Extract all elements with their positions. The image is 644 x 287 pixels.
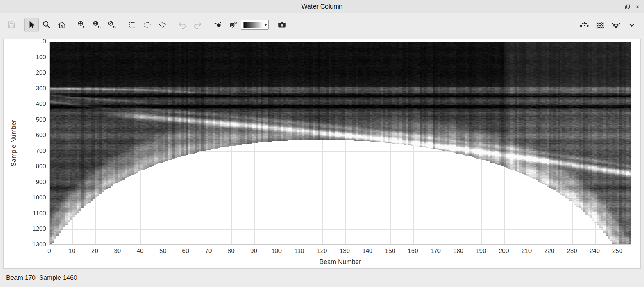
x-tick-label: 70 [205, 248, 212, 255]
toolbar-group-history [176, 18, 204, 32]
titlebar-controls: ✕ [624, 0, 641, 13]
pick-draw-tool-button[interactable] [105, 18, 119, 32]
toolbar-group-display: ▾ [211, 18, 269, 32]
x-tick-label: 250 [612, 248, 622, 255]
colormap-select[interactable]: ▾ [241, 20, 269, 30]
plot-area[interactable] [49, 42, 631, 245]
toolbar-group-nav [25, 18, 69, 32]
x-tick-label: 0 [47, 248, 51, 255]
zoom-tool-button[interactable] [40, 18, 54, 32]
pick-point-tool-button[interactable] [75, 18, 89, 32]
y-tick-label: 400 [4, 100, 46, 108]
x-tick-label: 130 [339, 248, 349, 255]
snapshot-camera-button[interactable] [275, 18, 289, 32]
x-tick-label: 160 [408, 248, 418, 255]
swath-stack-button[interactable] [609, 18, 623, 32]
x-tick-label: 10 [69, 248, 75, 255]
x-tick-label: 50 [159, 248, 166, 255]
y-tick-label: 1000 [4, 194, 46, 201]
toolbar-right [578, 13, 639, 36]
select-rectangle-button[interactable] [125, 18, 139, 32]
water-column-window: Water Column ✕ [0, 0, 644, 287]
x-tick-label: 40 [137, 248, 144, 255]
x-tick-label: 110 [295, 248, 304, 255]
x-tick-label: 100 [272, 248, 282, 255]
toolbar: ▾ [0, 13, 644, 36]
y-tick-label: 800 [4, 163, 46, 170]
x-tick-label: 220 [544, 248, 554, 255]
x-tick-label: 90 [250, 248, 257, 255]
x-tick-label: 170 [431, 248, 441, 255]
y-tick-label: 100 [4, 54, 46, 61]
y-axis-title: Sample Number [10, 120, 18, 166]
window-title: Water Column [301, 3, 342, 10]
y-tick-label: 500 [4, 116, 46, 123]
redo-button[interactable] [191, 18, 204, 32]
undock-icon[interactable] [624, 4, 631, 10]
y-tick-label: 300 [4, 85, 46, 92]
beam-traces-button[interactable] [593, 18, 607, 32]
home-button[interactable] [55, 18, 69, 32]
pick-globe-tool-button[interactable] [90, 18, 104, 32]
toolbar-group-select [125, 18, 169, 32]
y-tick-label: 900 [4, 179, 46, 186]
plot-panel: Sample Number Beam Number 01020304050607… [3, 39, 641, 269]
titlebar: Water Column ✕ [0, 0, 644, 13]
x-tick-label: 240 [590, 248, 600, 255]
x-tick-label: 60 [182, 248, 189, 255]
x-tick-label: 180 [453, 248, 463, 255]
x-tick-label: 200 [499, 248, 509, 255]
y-tick-label: 1300 [4, 241, 46, 248]
y-tick-label: 700 [4, 147, 46, 155]
x-tick-label: 150 [385, 248, 395, 255]
y-tick-label: 1200 [4, 225, 46, 232]
cursor-position-readout: Beam 170 Sample 1460 [6, 274, 77, 282]
x-tick-label: 190 [476, 248, 486, 255]
y-tick-label: 1100 [4, 210, 46, 217]
x-axis-title: Beam Number [319, 258, 361, 266]
chevron-down-icon: ▾ [265, 23, 267, 27]
y-tick-label: 0 [4, 38, 46, 45]
colormap-gradient-swatch [243, 22, 263, 28]
pointer-tool-button[interactable] [25, 18, 38, 32]
select-ellipse-button[interactable] [140, 18, 154, 32]
x-tick-label: 20 [91, 248, 98, 255]
y-tick-label: 200 [4, 69, 46, 76]
x-tick-label: 80 [228, 248, 235, 255]
x-tick-label: 140 [362, 248, 372, 255]
y-tick-label: 600 [4, 132, 46, 139]
x-tick-label: 210 [522, 248, 532, 255]
toolbar-group-capture [275, 18, 289, 32]
statusbar: Beam 170 Sample 1460 [0, 269, 644, 287]
select-polygon-button[interactable] [156, 18, 169, 32]
x-tick-label: 230 [567, 248, 577, 255]
save-button[interactable] [5, 18, 18, 32]
x-tick-label: 30 [114, 248, 121, 255]
toolbar-group-pick [75, 18, 119, 32]
close-icon[interactable]: ✕ [634, 4, 641, 10]
water-column-canvas[interactable] [50, 42, 631, 244]
undo-button[interactable] [176, 18, 189, 32]
x-tick-label: 120 [317, 248, 327, 255]
toolbar-group-file [5, 18, 18, 32]
more-options-chevron[interactable] [625, 18, 639, 32]
settings-gear-button[interactable] [226, 18, 240, 32]
wc-points-button[interactable] [578, 18, 591, 32]
point-size-button[interactable] [211, 18, 224, 32]
